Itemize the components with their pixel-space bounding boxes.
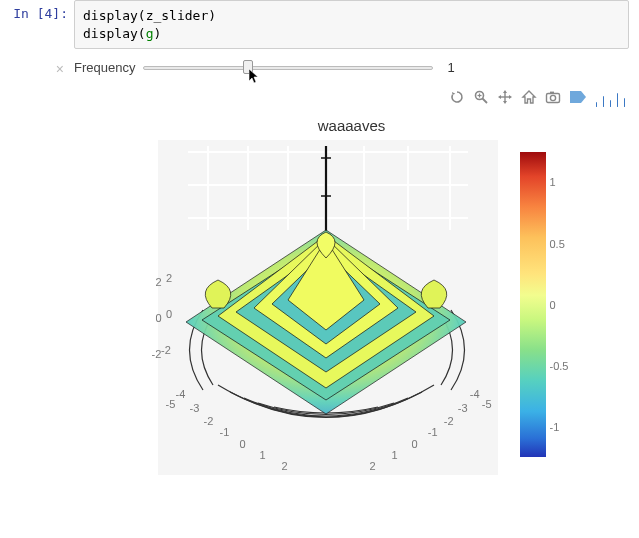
cb-tick-m05: -0.5 bbox=[550, 360, 569, 372]
x-tick--4: -4 bbox=[176, 388, 186, 400]
camera-icon[interactable] bbox=[545, 89, 561, 109]
x-tick--3: -3 bbox=[190, 402, 200, 414]
svg-line-1 bbox=[482, 99, 487, 104]
cb-tick-05: 0.5 bbox=[550, 238, 565, 250]
x-tick--2: -2 bbox=[204, 415, 214, 427]
surface-plot-3d[interactable]: 2 0 -2 2 0 -2 -4 -5 -3 -2 -1 0 1 2 -5 -4 bbox=[158, 140, 498, 475]
y-tick--1: -1 bbox=[428, 426, 438, 438]
output-area: × Frequency 1 bbox=[0, 53, 639, 475]
y-tick--5: -5 bbox=[482, 398, 492, 410]
plot-toolbar bbox=[74, 89, 629, 109]
x-tick--5: -5 bbox=[166, 398, 176, 410]
slider-label: Frequency bbox=[74, 60, 135, 75]
x-tick-0: 0 bbox=[240, 438, 246, 450]
x-tick--1: -1 bbox=[220, 426, 230, 438]
svg-text:-2: -2 bbox=[161, 344, 171, 356]
colorbar-gradient bbox=[520, 152, 546, 457]
y-tick--3: -3 bbox=[458, 402, 468, 414]
z-tick-m2: -2 bbox=[152, 348, 162, 360]
plot-title: waaaaves bbox=[74, 117, 629, 134]
close-icon[interactable]: × bbox=[56, 61, 64, 77]
x-tick-2: 2 bbox=[282, 460, 288, 472]
code-cell: In [4]: display(z_slider) display(g) bbox=[0, 0, 639, 49]
svg-point-7 bbox=[550, 95, 555, 100]
cb-tick-m1: -1 bbox=[550, 421, 560, 433]
frequency-slider-widget: Frequency 1 bbox=[74, 53, 629, 77]
slider-track bbox=[143, 66, 433, 70]
input-prompt: In [4]: bbox=[0, 0, 74, 27]
svg-text:2: 2 bbox=[166, 272, 172, 284]
zoom-icon[interactable] bbox=[473, 89, 489, 109]
svg-text:0: 0 bbox=[166, 308, 172, 320]
reset-view-icon[interactable] bbox=[449, 89, 465, 109]
x-tick-1: 1 bbox=[260, 449, 266, 461]
slider-thumb[interactable] bbox=[243, 60, 253, 74]
slider-value: 1 bbox=[447, 60, 454, 75]
z-tick-2: 2 bbox=[156, 276, 162, 288]
cb-tick-1: 1 bbox=[550, 176, 556, 188]
colorbar: 1 0.5 0 -0.5 -1 bbox=[520, 152, 546, 457]
tag-icon[interactable] bbox=[569, 89, 587, 109]
y-tick--2: -2 bbox=[444, 415, 454, 427]
bars-icon[interactable] bbox=[595, 89, 625, 109]
y-tick--4: -4 bbox=[470, 388, 480, 400]
z-tick-0: 0 bbox=[156, 312, 162, 324]
pan-icon[interactable] bbox=[497, 89, 513, 109]
y-tick-2: 2 bbox=[369, 460, 375, 472]
svg-rect-8 bbox=[550, 92, 554, 94]
y-tick-1: 1 bbox=[391, 449, 397, 461]
cb-tick-0: 0 bbox=[550, 299, 556, 311]
code-input[interactable]: display(z_slider) display(g) bbox=[74, 0, 629, 49]
y-tick-0: 0 bbox=[411, 438, 417, 450]
frequency-slider[interactable] bbox=[143, 59, 433, 75]
home-icon[interactable] bbox=[521, 89, 537, 109]
